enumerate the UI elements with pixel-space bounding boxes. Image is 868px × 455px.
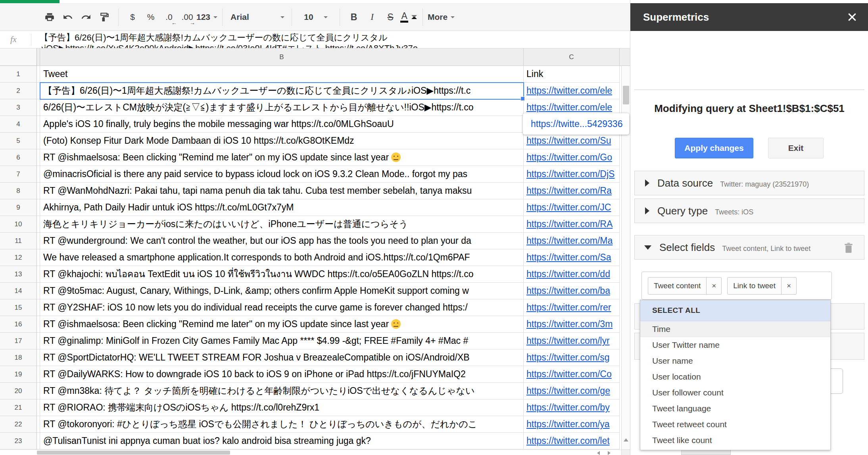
tweet-link[interactable]: https://twitter.com/Go bbox=[526, 152, 612, 162]
link-cell[interactable]: https://twitter.com/Co bbox=[524, 366, 620, 383]
tweet-link[interactable]: https://twitter.com/sg bbox=[526, 352, 610, 362]
tweet-cell[interactable]: 6/26(日)〜エレストCM放映が決定(≧▽≦)ますます盛り上がるエレストから目… bbox=[40, 99, 524, 116]
row-number[interactable]: 12 bbox=[0, 249, 37, 266]
column-a-sliver[interactable] bbox=[37, 133, 40, 149]
row-number[interactable]: 21 bbox=[0, 399, 37, 416]
column-a-sliver[interactable] bbox=[37, 416, 40, 433]
chip-remove-icon[interactable]: × bbox=[706, 277, 721, 295]
print-button[interactable] bbox=[40, 8, 59, 26]
tweet-link[interactable]: https://twitter.com/Ra bbox=[526, 185, 612, 196]
row-number[interactable]: 18 bbox=[0, 349, 37, 366]
row-number[interactable]: 7 bbox=[0, 166, 37, 183]
section-select-fields[interactable]: Select fields Tweet content, Link to twe… bbox=[634, 235, 864, 260]
formula-input[interactable]: 【予告】6/26(日)〜1周年超大感謝祭!カムバックユーザーの数に応じて全員にク… bbox=[40, 32, 623, 48]
dropdown-item[interactable]: Tweet language bbox=[640, 401, 830, 416]
link-popup[interactable]: https://twitte...5429336 bbox=[523, 113, 629, 135]
column-a-sliver[interactable] bbox=[37, 83, 40, 99]
tweet-cell[interactable]: RT @SportDictatorHQ: WE'LL TWEET STREAM … bbox=[40, 349, 524, 366]
tweet-link[interactable]: https://twitter.com/RA bbox=[526, 219, 613, 229]
link-cell[interactable]: https://twitter.com/Su bbox=[524, 133, 620, 149]
percent-format-button[interactable]: % bbox=[142, 8, 160, 26]
row-number[interactable]: 9 bbox=[0, 199, 37, 216]
tweet-link[interactable]: https://twitter.com/DjS bbox=[526, 169, 615, 179]
strikethrough-button[interactable]: S bbox=[381, 8, 399, 26]
row-number[interactable]: 13 bbox=[0, 266, 37, 283]
column-a-sliver[interactable] bbox=[37, 166, 40, 183]
row-number[interactable]: 23 bbox=[0, 433, 37, 449]
tweet-cell[interactable]: RT @WanMohdNazri: Pakai tahu, tapi nama … bbox=[40, 183, 524, 199]
paint-format-button[interactable] bbox=[95, 8, 113, 26]
row-number[interactable]: 3 bbox=[0, 99, 37, 116]
tweet-cell[interactable]: RT @ginalimp: MiniGolf in Frozen City Ga… bbox=[40, 333, 524, 349]
apply-changes-button[interactable]: Apply changes bbox=[675, 138, 753, 158]
column-a-sliver[interactable] bbox=[37, 383, 40, 399]
link-cell[interactable]: https://twitter.com/ba bbox=[524, 283, 620, 299]
row-number[interactable]: 15 bbox=[0, 299, 37, 316]
tweet-link[interactable]: https://twitter.com/dd bbox=[526, 269, 610, 279]
column-a-sliver[interactable] bbox=[37, 316, 40, 333]
bold-button[interactable]: B bbox=[345, 8, 363, 26]
tweet-link[interactable]: https://twitter.com/ya bbox=[526, 419, 610, 429]
column-a-sliver[interactable] bbox=[37, 116, 40, 133]
tweet-link[interactable]: https://twitter.com/ele bbox=[526, 102, 612, 112]
tweet-link[interactable]: https://twitter.com/Co bbox=[526, 369, 612, 379]
link-cell[interactable]: https://twitter.com/ge bbox=[524, 383, 620, 399]
column-a-sliver[interactable] bbox=[37, 199, 40, 216]
scroll-left-arrow[interactable] bbox=[597, 451, 600, 455]
increase-decimals-button[interactable]: .00→ bbox=[178, 8, 196, 26]
link-cell[interactable]: https://twitter.com/3m bbox=[524, 316, 620, 333]
link-cell[interactable]: https://twitter.com/dd bbox=[524, 266, 620, 283]
link-cell[interactable]: https://twitter.com/RA bbox=[524, 216, 620, 233]
column-a-sliver[interactable] bbox=[37, 233, 40, 249]
column-a-sliver[interactable] bbox=[37, 183, 40, 199]
row-number[interactable]: 5 bbox=[0, 133, 37, 149]
selected-fields-input[interactable]: Tweet content×Link to tweet× bbox=[641, 272, 832, 300]
undo-button[interactable] bbox=[59, 8, 77, 26]
font-family-select[interactable]: Arial bbox=[227, 8, 287, 26]
horizontal-scrollbar[interactable] bbox=[0, 449, 621, 455]
tweet-link[interactable]: https://twitter.com/JC bbox=[526, 202, 611, 212]
column-a-sliver[interactable] bbox=[37, 333, 40, 349]
dropdown-item[interactable]: Time bbox=[640, 321, 830, 337]
column-a-sliver[interactable] bbox=[37, 433, 40, 449]
corner-cell[interactable] bbox=[0, 48, 37, 66]
tweet-cell[interactable]: (Foto) Konsep Fitur Dark Mode Dambaan di… bbox=[40, 133, 524, 149]
formula-bar[interactable]: fx 【予告】6/26(日)〜1周年超大感謝祭!カムバックユーザーの数に応じて全… bbox=[0, 31, 630, 48]
tweet-cell[interactable]: Apple's iOS 10 finally, truly begins the… bbox=[40, 116, 524, 133]
tweet-link[interactable]: https://twitter.com/rer bbox=[526, 302, 611, 312]
column-a-sliver[interactable] bbox=[37, 249, 40, 266]
tweet-cell[interactable]: RT @wunderground: We can't control the w… bbox=[40, 233, 524, 249]
tweet-cell[interactable]: RT @DailyWARKS: How to downgrade iOS 10 … bbox=[40, 366, 524, 383]
link-cell[interactable]: Link bbox=[524, 66, 620, 83]
vertical-scrollbar-thumb[interactable] bbox=[623, 86, 629, 104]
dropdown-item[interactable]: User name bbox=[640, 353, 830, 369]
link-cell[interactable]: https://twitter.com/Ma bbox=[524, 233, 620, 249]
tweet-link[interactable]: https://twitter.com/Su bbox=[526, 135, 611, 146]
row-number[interactable]: 16 bbox=[0, 316, 37, 333]
section-data-source[interactable]: Data source Twitter: maguay (23521970) bbox=[634, 171, 864, 195]
column-a-sliver[interactable] bbox=[37, 149, 40, 166]
dropdown-item[interactable]: User follower count bbox=[640, 385, 830, 401]
tweet-link[interactable]: https://twitter.com/by bbox=[526, 402, 610, 413]
close-icon[interactable] bbox=[846, 11, 858, 23]
decrease-decimals-button[interactable]: .0← bbox=[160, 8, 178, 26]
text-color-button[interactable]: A bbox=[399, 8, 418, 26]
row-number[interactable]: 22 bbox=[0, 416, 37, 433]
link-cell[interactable]: https://twitter.com/lyr bbox=[524, 333, 620, 349]
tweet-cell[interactable]: RT @khajochi: พบไอคอน TextEdit บน iOS 10… bbox=[40, 266, 524, 283]
row-number[interactable]: 10 bbox=[0, 216, 37, 233]
column-a-sliver[interactable] bbox=[37, 399, 40, 416]
column-a-sliver[interactable] bbox=[37, 99, 40, 116]
currency-format-button[interactable]: $ bbox=[123, 8, 142, 26]
number-format-button[interactable]: 123 bbox=[196, 8, 217, 26]
link-cell[interactable]: https://twitter.com/DjS bbox=[524, 166, 620, 183]
row-number[interactable]: 19 bbox=[0, 366, 37, 383]
tweet-cell[interactable]: RT @RIORAO: 携帯端末向けOSのiOSちゃん https://t.co… bbox=[40, 399, 524, 416]
link-cell[interactable]: https://twitter.com/ele bbox=[524, 83, 620, 99]
column-a-sliver[interactable] bbox=[37, 216, 40, 233]
link-cell[interactable]: https://twitter.com/rer bbox=[524, 299, 620, 316]
section-query-type[interactable]: Query type Tweets: iOS bbox=[634, 199, 864, 223]
row-number[interactable]: 2 bbox=[0, 83, 37, 99]
tweet-cell[interactable]: 【予告】6/26(日)〜1周年超大感謝祭!カムバックユーザーの数に応じて全員にク… bbox=[40, 83, 524, 99]
tweet-cell[interactable]: @TulisanTunist ini appnya cuman buat ios… bbox=[40, 433, 524, 449]
